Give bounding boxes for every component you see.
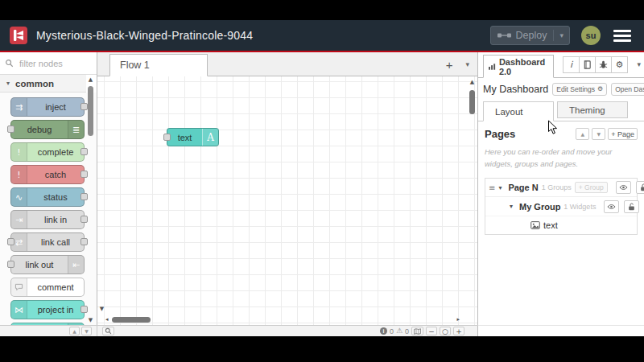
scroll-right-icon[interactable]: ▸ <box>456 316 460 323</box>
dashboard-subtabs: Layout Theming <box>478 100 644 121</box>
palette-node-link-call[interactable]: ⇄ link call <box>10 232 85 252</box>
toggle-lock-button[interactable] <box>636 181 644 194</box>
flow-canvas[interactable]: text A ▲ ▼ ◂ ▸ <box>97 76 477 325</box>
palette-node-catch[interactable]: ! catch <box>10 165 85 184</box>
flow-list-caret[interactable]: ▾ <box>465 60 469 68</box>
expand-categories-button[interactable]: ▼ <box>81 327 92 335</box>
palette-node-complete[interactable]: ! complete <box>10 142 85 162</box>
drag-handle-icon[interactable]: ≡ <box>489 183 495 192</box>
add-flow-button[interactable]: + <box>446 59 453 71</box>
toggle-lock-button[interactable] <box>624 200 639 213</box>
debug-tab-button[interactable] <box>595 56 612 73</box>
add-group-button[interactable]: + Group <box>575 182 608 193</box>
palette-scrollbar[interactable]: ▲ ▼ <box>86 76 95 323</box>
search-flows-button[interactable] <box>102 327 114 335</box>
scroll-left-icon[interactable]: ◂ <box>105 316 109 323</box>
menu-bar <box>613 35 631 37</box>
filter-nodes-input[interactable] <box>18 58 82 69</box>
unlock-icon <box>628 203 635 211</box>
page-name: Page N <box>508 183 538 192</box>
input-port[interactable] <box>7 261 14 268</box>
tree-row-page[interactable]: ≡ ▾ Page N 1 Groups + Group <box>485 179 637 197</box>
input-port[interactable] <box>7 125 14 133</box>
canvas-node-text[interactable]: text A <box>167 128 219 146</box>
tab-label: Layout <box>495 107 523 117</box>
open-dashboard-button[interactable]: Open Dashboard ↗ <box>611 83 644 96</box>
main-menu-button[interactable] <box>613 30 631 42</box>
palette-search <box>0 52 97 75</box>
palette-category-common[interactable]: ▾ common <box>0 75 86 93</box>
sidebar-tab-label: Dashboard 2.0 <box>499 57 548 76</box>
help-tab-button[interactable] <box>579 56 596 73</box>
page-group-count: 1 Groups <box>542 183 572 191</box>
input-port[interactable] <box>163 134 171 141</box>
palette-scrollbar-thumb[interactable] <box>88 86 93 136</box>
scroll-down-icon[interactable]: ▼ <box>97 306 106 312</box>
move-page-up-button[interactable]: ▲ <box>576 128 589 140</box>
add-page-button[interactable]: + Page <box>608 128 638 140</box>
zoom-reset-button[interactable]: ○ <box>440 327 451 335</box>
tree-row-group[interactable]: ▾ My Group 1 Widgets <box>485 197 637 216</box>
palette-node-debug[interactable]: debug ≣ <box>10 120 85 139</box>
node-label: complete <box>27 143 84 161</box>
flow-editor: Flow 1 + ▾ text A ▲ <box>97 52 477 325</box>
search-icon <box>105 327 112 335</box>
tree-row-widget[interactable]: text <box>485 216 637 234</box>
toggle-navigator-button[interactable] <box>411 327 423 335</box>
node-red-logo-icon <box>10 27 27 44</box>
sidebar-menu-caret[interactable]: ▾ <box>637 60 641 68</box>
info-icon: i <box>570 60 572 70</box>
pages-helper-text: Here you can re-order and move your widg… <box>485 146 638 170</box>
flow-tabbar: Flow 1 + ▾ <box>97 52 477 76</box>
deploy-options-caret[interactable]: ▾ <box>553 30 569 41</box>
flow-tab[interactable]: Flow 1 <box>109 54 208 76</box>
edit-settings-button[interactable]: Edit Settings ⚙ <box>552 83 607 96</box>
tab-layout[interactable]: Layout <box>483 101 554 121</box>
chevron-down-icon[interactable]: ▾ <box>498 184 502 191</box>
deploy-button[interactable]: Deploy ▾ <box>490 26 570 45</box>
collapse-categories-button[interactable]: ▲ <box>69 327 80 335</box>
palette-footer: ▲ ▼ <box>0 326 97 336</box>
horizontal-scrollbar-thumb[interactable] <box>112 317 151 323</box>
layout-panel: Pages ▲ ▼ + Page Here you can re-order a… <box>478 121 644 235</box>
eye-icon <box>607 204 616 210</box>
zoom-in-button[interactable]: + <box>453 327 464 335</box>
node-red-app: Mysterious-Black-Winged-Pratincole-9044 … <box>0 20 644 336</box>
palette-node-link-out[interactable]: link out ⇤ <box>10 255 85 274</box>
node-label: comment <box>27 278 84 296</box>
scroll-up-icon[interactable]: ▲ <box>86 76 95 83</box>
palette-node-project-in[interactable]: ⋈ project in <box>10 300 85 319</box>
move-page-down-button[interactable]: ▼ <box>592 128 605 140</box>
palette-node-comment[interactable]: comment <box>10 278 85 297</box>
user-avatar[interactable]: su <box>581 26 601 45</box>
layout-tree: ≡ ▾ Page N 1 Groups + Group <box>485 178 638 235</box>
chevron-down-icon[interactable]: ▾ <box>510 203 513 210</box>
scroll-up-icon[interactable]: ▲ <box>468 79 477 85</box>
toggle-visibility-button[interactable] <box>616 181 631 194</box>
node-label: link in <box>27 211 84 228</box>
text-widget-icon: A <box>202 129 218 146</box>
status-icon: ∿ <box>11 188 27 206</box>
toggle-visibility-button[interactable] <box>604 200 619 213</box>
debug-icon: ≣ <box>68 121 84 138</box>
palette-node-link-in[interactable]: ⇥ link in <box>10 210 85 229</box>
info-tab-button[interactable]: i <box>563 56 580 73</box>
canvas-horizontal-scrollbar[interactable]: ◂ <box>105 315 151 323</box>
main-area: ▾ common ⇉ inject debug ≣ ! <box>0 52 644 325</box>
config-nodes-tab-button[interactable]: ⚙ <box>611 56 628 73</box>
palette-node-inject[interactable]: ⇉ inject <box>10 97 85 117</box>
bottom-bar: ▲ ▼ i 0 ⚠ 0 <box>0 325 644 336</box>
deploy-nodes-icon <box>497 31 511 39</box>
input-port[interactable] <box>7 238 14 245</box>
palette-node-list: ⇉ inject debug ≣ ! complete <box>0 93 97 325</box>
map-icon <box>414 328 421 335</box>
tab-theming[interactable]: Theming <box>557 101 628 118</box>
tab-dashboard-2[interactable]: Dashboard 2.0 <box>483 55 554 78</box>
eye-icon <box>619 184 628 191</box>
info-count: 0 <box>390 327 394 335</box>
palette-node-status[interactable]: ∿ status <box>10 187 85 207</box>
scroll-down-icon[interactable]: ▼ <box>86 317 95 323</box>
vertical-scrollbar-thumb[interactable] <box>469 90 475 114</box>
inject-icon: ⇉ <box>11 98 27 116</box>
zoom-out-button[interactable]: − <box>426 327 437 335</box>
